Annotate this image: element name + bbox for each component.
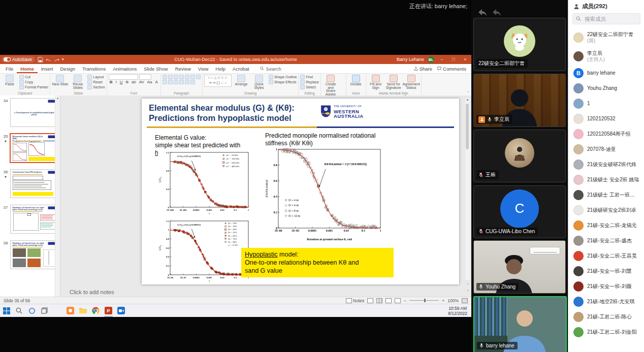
ribbon-button-fill-and-sign[interactable]: Fill and Sign [368, 75, 384, 89]
menu-tab-view[interactable]: View [195, 64, 212, 73]
powerpoint-taskbar-button[interactable]: P [102, 304, 115, 317]
menu-tab-transitions[interactable]: Transitions [79, 64, 109, 73]
menu-tab-home[interactable]: Home [17, 64, 37, 73]
zoom-slider[interactable] [409, 300, 439, 301]
slide-thumbnail-38[interactable]: 38Database of lateral tests on rigid pil… [1, 240, 60, 269]
notes-button[interactable]: Notes [346, 298, 364, 303]
member-row-12[interactable]: 21级硕研安全2班刘卓 [568, 203, 644, 218]
comments-button[interactable]: Comments [437, 66, 466, 72]
ribbon-button-agreement-status[interactable]: Agreement Status [403, 75, 420, 89]
video-tile-4[interactable]: CCUG-UWA-Libo Chen [473, 185, 566, 238]
zoom-in-button[interactable]: + [442, 298, 444, 303]
ribbon-button-copy[interactable]: Copy [19, 80, 48, 84]
menu-tab-review[interactable]: Review [172, 64, 195, 73]
ribbon-button-cut[interactable]: Cut [19, 75, 48, 79]
reading-view-icon[interactable] [385, 298, 392, 303]
menu-tab-design[interactable]: Design [56, 64, 79, 73]
justify-icon[interactable] [168, 80, 173, 84]
line-spacing-icon[interactable] [185, 75, 189, 79]
minimize-button[interactable]: – [438, 57, 446, 62]
member-row-20[interactable]: 21硕-工岩二班-刘金阳 [568, 325, 644, 340]
ribbon-button-create-and-share-adobe-pdf[interactable]: Create and Share Adobe PDF [323, 75, 339, 97]
zoom-out-button[interactable]: − [404, 298, 406, 303]
notes-placeholder[interactable]: Click to add notes [70, 289, 114, 295]
menu-tab-animations[interactable]: Animations [109, 64, 140, 73]
start-taskbar-button[interactable] [0, 304, 13, 317]
user-avatar[interactable]: BL [428, 56, 434, 63]
autosave-toggle[interactable]: AutoSave [2, 56, 35, 62]
member-row-16[interactable]: 21硕-安全一班-刘慧 [568, 264, 644, 279]
share-control-arrows[interactable] [477, 8, 502, 17]
text-direction-icon[interactable] [179, 80, 184, 84]
member-row-13[interactable]: 21硕-安全二班-龙镜元 [568, 218, 644, 233]
thumbnail-preview[interactable]: c. Development of simplified model (rigi… [10, 98, 58, 127]
ribbon-button-send-for-signature[interactable]: Send for Signature [385, 75, 402, 89]
ribbon-button-arrange[interactable]: Arrange [233, 75, 249, 86]
slide-sorter-icon[interactable] [376, 298, 382, 303]
bullets-icon[interactable] [163, 75, 167, 79]
fit-to-window-icon[interactable] [462, 298, 468, 303]
align-text-icon[interactable] [185, 80, 189, 84]
menu-tab-file[interactable]: File [2, 64, 17, 73]
shape-gallery[interactable]: □ ○ △ ▽ ◇ ☆⇐ ⇒ { } ↔ ↕ [204, 75, 232, 87]
ribbon-button-layout[interactable]: Layout [87, 75, 105, 79]
video-tile-5[interactable]: Youhu Zhang [473, 240, 566, 294]
slide-thumbnail-35[interactable]: 35★Elemental shear modulus (G) & (Kθ):Pr… [1, 134, 60, 163]
slide-thumbnail-37[interactable]: 37Database of lateral tests on rigid pil… [1, 205, 60, 234]
font-name-box[interactable] [109, 75, 159, 79]
font-style-buttons[interactable]: BIUSabAVAaA [109, 80, 159, 84]
collapse-ribbon-icon[interactable]: ⌃ [467, 91, 470, 95]
member-row-17[interactable]: 21硕-安全一班-刘薇 [568, 279, 644, 294]
slide-thumbnail-36[interactable]: 36★Conclusions from FE analyses [1, 169, 60, 198]
member-row-11[interactable]: 21级硕士 工岩一班张依杰 [568, 187, 644, 203]
member-row-6[interactable]: 1202120532 [568, 111, 644, 126]
thumbnail-preview[interactable]: Elemental shear modulus (G) & (Kθ):Predi… [10, 134, 58, 163]
ribbon-button-quick-styles[interactable]: Quick Styles [251, 75, 267, 89]
slideshow-icon[interactable] [395, 298, 401, 303]
member-row-5[interactable]: 1 [568, 96, 644, 111]
chrome-taskbar-button[interactable] [89, 304, 102, 317]
align-center-icon[interactable] [196, 75, 201, 79]
video-app-taskbar-button[interactable] [115, 304, 127, 317]
ribbon-button-reset[interactable]: Reset [87, 80, 105, 84]
file-explorer-taskbar-button[interactable] [77, 304, 89, 317]
member-row-1[interactable]: 22硕安全二班邵宁胄(我) [568, 28, 644, 47]
thumbnail-preview[interactable]: Database of lateral tests on rigid piles… [10, 240, 58, 269]
redo-icon[interactable] [54, 57, 59, 62]
close-button[interactable]: × [461, 57, 469, 62]
member-row-18[interactable]: 21硕-地空2班-尤安琪 [568, 294, 644, 309]
columns-icon[interactable] [174, 80, 178, 84]
slide-nav-buttons[interactable]: ⌃⌄ [465, 282, 471, 293]
slide-thumbnail-34[interactable]: 34c. Development of simplified model (ri… [1, 98, 60, 127]
video-tile-6[interactable]: barry lehane [473, 296, 567, 352]
restore-button[interactable]: □ [449, 57, 458, 62]
menu-tab-insert[interactable]: Insert [38, 64, 57, 73]
member-search-input[interactable] [584, 15, 636, 22]
thumbnail-preview[interactable]: Conclusions from FE analyses [10, 169, 58, 198]
cortana-taskbar-button[interactable] [25, 304, 38, 317]
menu-tab-acrobat[interactable]: Acrobat [229, 64, 253, 73]
taskbar-clock[interactable]: 10:59 AM 8/12/2022 [448, 306, 471, 316]
member-search-box[interactable] [572, 13, 640, 24]
ribbon-button-shape-outline[interactable]: Shape Outline [269, 75, 297, 79]
video-tile-3[interactable]: 王栋 [473, 130, 566, 182]
align-left-icon[interactable] [190, 75, 195, 79]
ribbon-button-reuse-slides[interactable]: Reuse Slides [70, 75, 86, 89]
ribbon-button-find[interactable]: Find [300, 75, 319, 79]
zoom-level[interactable]: 100% [447, 298, 459, 303]
ribbon-button-dictate[interactable]: Dictate [348, 75, 364, 86]
menu-tab-slide-show[interactable]: Slide Show [140, 64, 172, 73]
thumbnail-preview[interactable]: Database of lateral tests on rigid piles… [10, 205, 58, 234]
editor-scrollbar[interactable]: ▲ [464, 97, 471, 281]
ribbon-button-shape-effects[interactable]: Shape Effects [269, 80, 297, 84]
ribbon-button-replace[interactable]: Replace [300, 80, 319, 84]
align-right-icon[interactable] [163, 80, 167, 84]
ribbon-button-paste[interactable]: Paste [2, 75, 18, 86]
ribbon-button-select[interactable]: Select [300, 85, 319, 89]
member-row-8[interactable]: 207078-迪亚 [568, 142, 644, 157]
ribbon-button-format-painter[interactable]: Format Painter [19, 85, 48, 89]
numbering-icon[interactable] [168, 75, 173, 79]
member-row-7[interactable]: 1202120584周子恒 [568, 126, 644, 142]
qat-dropdown-icon[interactable]: ▾ [62, 57, 64, 61]
thumbnail-scrollbar[interactable]: ▲ [55, 95, 60, 297]
